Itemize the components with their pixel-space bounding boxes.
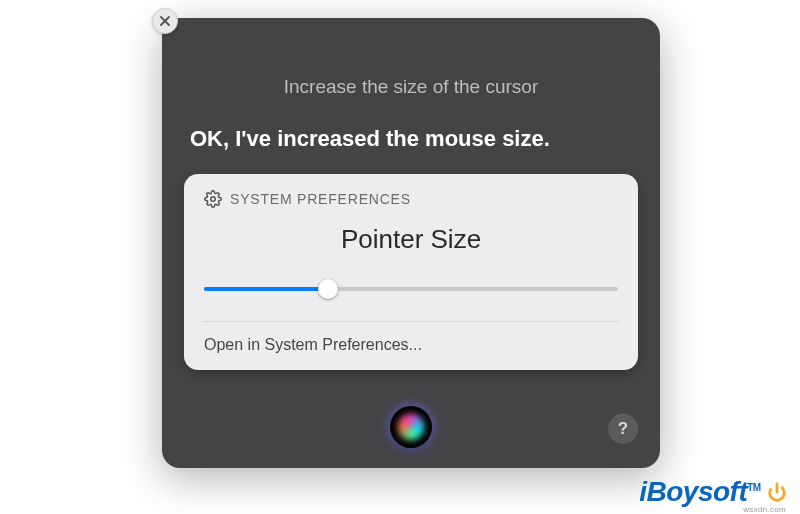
pointer-size-slider[interactable] <box>204 277 618 301</box>
siri-response-text: OK, I've increased the mouse size. <box>184 126 638 152</box>
slider-fill <box>204 287 328 291</box>
sub-watermark: wsxdn.com <box>743 505 786 514</box>
power-icon <box>766 481 788 503</box>
watermark-logo: iBoysoftTM <box>639 476 788 508</box>
siri-panel: Increase the size of the cursor OK, I've… <box>162 18 660 468</box>
slider-thumb[interactable] <box>318 279 338 299</box>
gear-icon <box>204 190 222 208</box>
divider <box>202 321 620 322</box>
close-icon <box>159 15 171 27</box>
svg-point-2 <box>211 197 216 202</box>
open-in-system-preferences-link[interactable]: Open in System Preferences... <box>204 334 618 356</box>
help-button[interactable]: ? <box>608 414 638 444</box>
pointer-size-title: Pointer Size <box>204 224 618 255</box>
siri-orb-button[interactable] <box>390 406 432 448</box>
system-preferences-card: SYSTEM PREFERENCES Pointer Size Open in … <box>184 174 638 370</box>
pref-card-header: SYSTEM PREFERENCES <box>204 190 618 208</box>
slider-track <box>204 287 618 291</box>
siri-prompt-text: Increase the size of the cursor <box>184 76 638 98</box>
siri-icon <box>398 414 424 440</box>
close-button[interactable] <box>152 8 178 34</box>
pref-app-label: SYSTEM PREFERENCES <box>230 191 411 207</box>
